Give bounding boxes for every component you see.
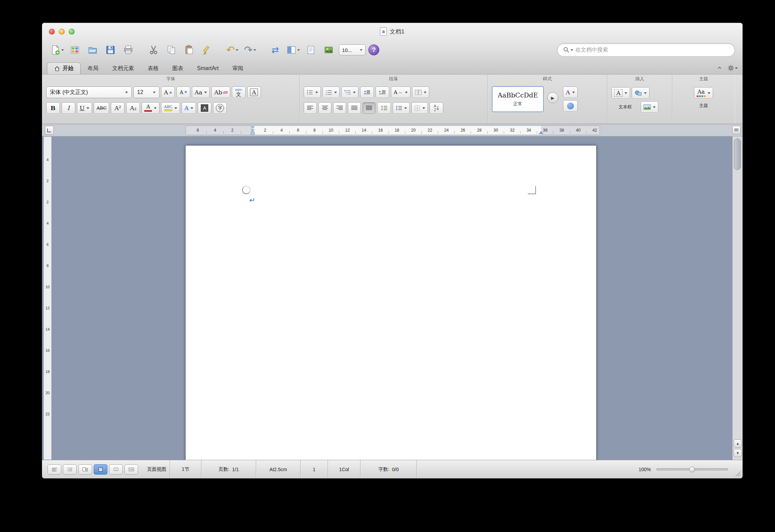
line-spacing-button[interactable] — [393, 102, 410, 114]
themes-button[interactable]: Aa — [694, 87, 713, 99]
strikethrough-button[interactable]: ABC — [94, 102, 109, 114]
vertical-scrollbar[interactable]: ▲ ▼ — [732, 136, 743, 460]
shapes-button[interactable] — [632, 87, 649, 99]
font-name-combo[interactable]: 宋体 (中文正文) — [46, 87, 132, 98]
document-page[interactable]: ↵ — [185, 145, 596, 460]
zoom-slider[interactable] — [656, 468, 728, 470]
increase-indent-button[interactable] — [376, 87, 389, 98]
text-effects-button[interactable]: A — [182, 102, 196, 114]
change-case-button[interactable]: Aa — [192, 87, 210, 98]
new-document-button[interactable] — [50, 42, 65, 57]
character-border-button[interactable]: A — [247, 87, 261, 98]
media-browser-button[interactable] — [321, 42, 336, 57]
superscript-button[interactable]: A² — [111, 102, 124, 114]
font-size-combo[interactable]: 12 — [133, 87, 159, 98]
style-inspector-button[interactable] — [563, 100, 578, 112]
bullets-button[interactable] — [304, 87, 321, 98]
multilevel-list-button[interactable] — [341, 87, 358, 98]
window-resize-grip[interactable] — [734, 460, 743, 478]
print-layout-button[interactable] — [94, 464, 107, 475]
subscript-button[interactable]: A₂ — [126, 102, 140, 114]
decrease-indent-button[interactable] — [360, 87, 374, 98]
help-button[interactable]: ? — [368, 44, 379, 55]
collapse-ribbon-icon[interactable] — [717, 66, 723, 70]
open-button[interactable] — [85, 42, 100, 57]
text-box-button[interactable]: A — [612, 87, 630, 99]
align-center-button[interactable] — [318, 102, 331, 114]
italic-button[interactable]: I — [62, 102, 75, 114]
paragraph-spacing-button[interactable] — [377, 102, 391, 114]
close-button[interactable] — [49, 29, 55, 35]
tab-stop-selector[interactable] — [45, 126, 54, 135]
phonetic-guide-button[interactable]: wen文 — [232, 87, 246, 98]
columns-button[interactable] — [412, 87, 429, 98]
enclose-characters-button[interactable]: 字 — [213, 102, 227, 114]
publishing-layout-button[interactable] — [78, 464, 92, 475]
horizontal-ruler[interactable]: 642 246810121416182022242628303234363840… — [185, 125, 600, 135]
align-right-button[interactable] — [333, 102, 346, 114]
tab-layout[interactable]: 布局 — [81, 63, 105, 74]
borders-button[interactable] — [411, 102, 428, 114]
sidebar-toggle-button[interactable] — [286, 42, 301, 57]
right-indent-marker[interactable] — [539, 131, 543, 134]
page-indicator[interactable]: 页数:1/1 — [201, 460, 256, 478]
grow-font-button[interactable]: A — [161, 87, 175, 98]
undo-button[interactable]: ↶ — [225, 42, 240, 57]
print-button[interactable] — [121, 42, 136, 57]
zoom-combo[interactable]: 10... — [339, 44, 366, 55]
clear-formatting-button[interactable]: Ab — [211, 87, 230, 98]
tab-home[interactable]: 开始 — [47, 63, 81, 74]
numbering-button[interactable]: 123 — [323, 87, 340, 98]
search-field[interactable] — [557, 43, 735, 57]
document-area[interactable]: 42246810121416182022 ↵ ▲ ▼ — [42, 136, 743, 460]
bold-button[interactable]: B — [46, 102, 60, 114]
outline-view-button[interactable] — [63, 464, 77, 475]
picture-button[interactable] — [641, 101, 658, 113]
vertical-ruler[interactable]: 42246810121416182022 — [43, 136, 52, 460]
sort-button[interactable]: AZ — [430, 102, 443, 114]
tab-charts[interactable]: 图表 — [166, 63, 190, 74]
ruler-split-button[interactable] — [732, 126, 740, 134]
styles-gallery-button[interactable]: ▶ — [547, 92, 558, 103]
scrollbar-thumb[interactable] — [734, 138, 741, 170]
show-hide-marks-button[interactable]: ⇄ — [268, 42, 283, 57]
shading-button[interactable]: A — [198, 102, 211, 114]
scroll-down-button[interactable]: ▼ — [734, 449, 742, 457]
scroll-up-button[interactable]: ▲ — [734, 439, 742, 448]
paste-button[interactable] — [182, 42, 197, 57]
style-preview-box[interactable]: AaBbCcDdE 正常 — [492, 86, 544, 112]
zoom-window-button[interactable] — [69, 29, 75, 35]
gallery-button[interactable] — [67, 42, 82, 57]
search-scope-caret[interactable] — [570, 49, 573, 51]
save-button[interactable] — [103, 42, 118, 57]
distribute-button[interactable] — [363, 102, 376, 114]
notebook-layout-button[interactable] — [109, 464, 123, 475]
tab-smartart[interactable]: SmartArt — [190, 63, 225, 74]
tab-review[interactable]: 审阅 — [225, 63, 250, 74]
titlebar[interactable]: a 文档1 — [42, 23, 743, 40]
underline-button[interactable]: U — [77, 102, 92, 114]
tab-tables[interactable]: 表格 — [141, 63, 166, 74]
focus-view-button[interactable] — [124, 464, 138, 475]
redo-button[interactable]: ↷ — [242, 42, 258, 57]
document-pane-button[interactable] — [303, 42, 318, 57]
indent-marker[interactable] — [250, 126, 255, 135]
ruler-number: 22 — [45, 403, 50, 425]
cut-button[interactable] — [146, 42, 161, 57]
ribbon-settings-button[interactable] — [727, 65, 738, 71]
highlight-button[interactable]: ABC — [161, 102, 180, 114]
align-left-button[interactable] — [304, 102, 317, 114]
font-color-button[interactable]: A — [142, 102, 159, 114]
shrink-font-button[interactable]: A — [176, 87, 190, 98]
asian-layout-button[interactable]: A⇔ — [391, 87, 410, 98]
justify-button[interactable] — [348, 102, 361, 114]
search-input[interactable] — [575, 47, 729, 53]
tab-document-elements[interactable]: 文档元素 — [105, 63, 141, 74]
minimize-button[interactable] — [59, 29, 65, 35]
word-count-indicator[interactable]: 字数:0/0 — [360, 460, 417, 478]
format-painter-button[interactable] — [199, 42, 214, 57]
copy-button[interactable] — [164, 42, 179, 57]
zoom-slider-knob[interactable] — [689, 466, 695, 472]
styles-pane-button[interactable]: A — [563, 87, 578, 98]
draft-view-button[interactable] — [48, 464, 61, 475]
